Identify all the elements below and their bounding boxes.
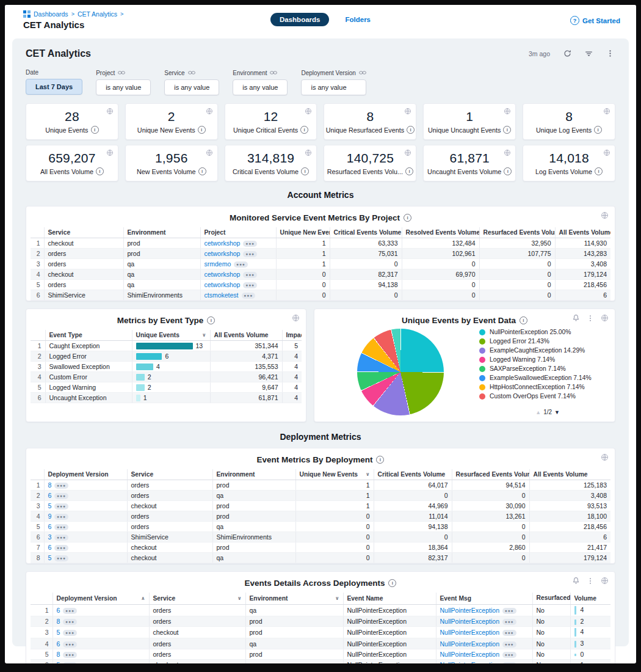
globe-icon[interactable]: [206, 108, 213, 115]
col-deployment-version[interactable]: Deployment Version: [44, 469, 127, 480]
col-service[interactable]: ∨Service: [149, 593, 245, 604]
event-msg-link[interactable]: NullPointerException: [440, 629, 499, 636]
col-unique-new-events[interactable]: ∨Unique New Ever: [276, 227, 330, 238]
col-all-events-volume[interactable]: All Events Volume: [529, 469, 610, 480]
deployment-version-link[interactable]: 8: [57, 651, 60, 658]
ellipsis-pill[interactable]: ●●●: [502, 641, 516, 648]
col-deployment-version[interactable]: ∧Deployment Version: [53, 593, 149, 604]
ellipsis-pill[interactable]: ●●●: [234, 261, 248, 268]
col-unique-new-events[interactable]: ∨Unique New Events: [295, 469, 374, 480]
info-icon[interactable]: i: [503, 126, 511, 134]
globe-icon[interactable]: [106, 108, 114, 115]
filter-value-chip[interactable]: is any value: [96, 79, 151, 95]
ellipsis-pill[interactable]: ●●●: [54, 524, 68, 530]
filter-value-chip[interactable]: is any value: [301, 79, 366, 95]
col-critical-events-volume[interactable]: Critical Events Volume: [330, 227, 402, 238]
filter-value-chip[interactable]: is any value: [164, 79, 219, 95]
deployment-version-link[interactable]: 5: [48, 554, 52, 561]
info-icon[interactable]: i: [504, 167, 512, 175]
info-icon[interactable]: i: [198, 167, 206, 175]
col-resurfaced[interactable]: Resurfaced (Yes / No): [532, 593, 570, 604]
tab-dashboards[interactable]: Dashboards: [270, 13, 329, 26]
col-environment[interactable]: Environment: [212, 469, 295, 480]
ellipsis-pill[interactable]: ●●●: [54, 555, 68, 561]
legend-item[interactable]: Custom OverOps Event 7.14%: [479, 393, 615, 401]
globe-icon[interactable]: [603, 108, 610, 115]
breadcrumb-current-link[interactable]: CET Analytics: [78, 10, 117, 18]
ellipsis-pill[interactable]: ●●●: [243, 272, 257, 278]
event-msg-link[interactable]: NullPointerException: [440, 618, 499, 625]
kebab-menu-icon[interactable]: [587, 315, 594, 322]
info-icon[interactable]: i: [388, 579, 396, 587]
sort-desc-icon[interactable]: ∨: [237, 596, 242, 601]
col-event-name[interactable]: Event Name: [343, 593, 436, 604]
project-link[interactable]: cetworkshop: [205, 281, 241, 288]
ellipsis-pill[interactable]: ●●●: [243, 282, 257, 288]
info-icon[interactable]: i: [91, 126, 99, 134]
col-resurfaced-events-volume[interactable]: Resurfaced Events Volume: [479, 227, 555, 238]
ellipsis-pill[interactable]: ●●●: [63, 652, 77, 658]
filter-value-chip[interactable]: Last 7 Days: [26, 79, 82, 95]
info-icon[interactable]: i: [520, 316, 527, 324]
globe-icon[interactable]: [404, 149, 411, 156]
col-event-msg[interactable]: Event Msg: [436, 593, 532, 604]
info-icon[interactable]: i: [595, 167, 603, 175]
deployment-version-link[interactable]: 9: [48, 513, 52, 520]
col-unique-events[interactable]: ∨Unique Events: [132, 330, 210, 341]
col-service[interactable]: Service: [127, 469, 212, 480]
info-icon[interactable]: i: [207, 316, 215, 324]
globe-icon[interactable]: [601, 453, 609, 461]
globe-icon[interactable]: [292, 314, 300, 322]
info-icon[interactable]: i: [96, 167, 104, 175]
deployment-version-link[interactable]: 5: [57, 629, 60, 636]
globe-icon[interactable]: [305, 108, 312, 115]
project-link[interactable]: ctsmoketest: [205, 291, 239, 299]
legend-item[interactable]: NullPointerException 25.00%: [479, 329, 615, 337]
ellipsis-pill[interactable]: ●●●: [63, 608, 77, 614]
globe-icon[interactable]: [404, 108, 411, 115]
deployment-version-link[interactable]: 3: [48, 533, 52, 541]
info-icon[interactable]: i: [594, 126, 602, 134]
globe-icon[interactable]: [601, 314, 609, 322]
ellipsis-pill[interactable]: ●●●: [63, 630, 77, 636]
ellipsis-pill[interactable]: ●●●: [63, 662, 77, 663]
col-environment[interactable]: Environment: [123, 227, 200, 238]
deployment-version-link[interactable]: 6: [48, 544, 52, 551]
deployment-version-link[interactable]: 5: [57, 661, 60, 663]
ellipsis-pill[interactable]: ●●●: [243, 241, 257, 247]
col-event-type[interactable]: Event Type: [45, 330, 132, 341]
col-all-events-volume[interactable]: All Events Volume: [210, 330, 282, 341]
info-icon[interactable]: i: [376, 456, 384, 464]
legend-item[interactable]: ExampleCaughtException 14.29%: [479, 347, 615, 355]
pie-chart[interactable]: [357, 329, 444, 415]
ellipsis-pill[interactable]: ●●●: [502, 652, 516, 658]
bell-icon[interactable]: [572, 314, 580, 322]
event-msg-link[interactable]: NullPointerException: [440, 640, 499, 648]
col-all-events-volume[interactable]: All Events Volume: [555, 227, 610, 238]
col-critical-events-volume[interactable]: Critical Events Volume: [374, 469, 452, 480]
event-msg-link[interactable]: NullPointerException: [440, 661, 499, 663]
info-icon[interactable]: i: [404, 214, 411, 222]
col-project[interactable]: Project: [200, 227, 276, 238]
ellipsis-pill[interactable]: ●●●: [54, 514, 68, 520]
get-started-button[interactable]: ? Get Started: [570, 16, 620, 25]
ellipsis-pill[interactable]: ●●●: [54, 483, 68, 489]
col-volume[interactable]: Volume: [570, 593, 610, 604]
ellipsis-pill[interactable]: ●●●: [54, 493, 68, 499]
ellipsis-pill[interactable]: ●●●: [54, 503, 68, 509]
ellipsis-pill[interactable]: ●●●: [243, 251, 257, 257]
globe-icon[interactable]: [106, 149, 114, 156]
globe-icon[interactable]: [504, 149, 511, 156]
legend-item[interactable]: SAXParseException 7.14%: [479, 365, 615, 373]
deployment-version-link[interactable]: 8: [57, 618, 60, 625]
col-service[interactable]: Service: [44, 227, 123, 238]
col-environment[interactable]: ∨Environment: [245, 593, 343, 604]
legend-item[interactable]: Logged Error 21.43%: [479, 338, 615, 346]
col-impacted-services[interactable]: Impacted Monitored Services: [282, 330, 302, 341]
deployment-version-link[interactable]: 5: [48, 502, 52, 509]
info-icon[interactable]: i: [405, 167, 413, 175]
globe-icon[interactable]: [305, 149, 312, 156]
ellipsis-pill[interactable]: ●●●: [63, 641, 77, 648]
event-msg-link[interactable]: NullPointerException: [440, 607, 499, 614]
globe-icon[interactable]: [603, 149, 610, 156]
